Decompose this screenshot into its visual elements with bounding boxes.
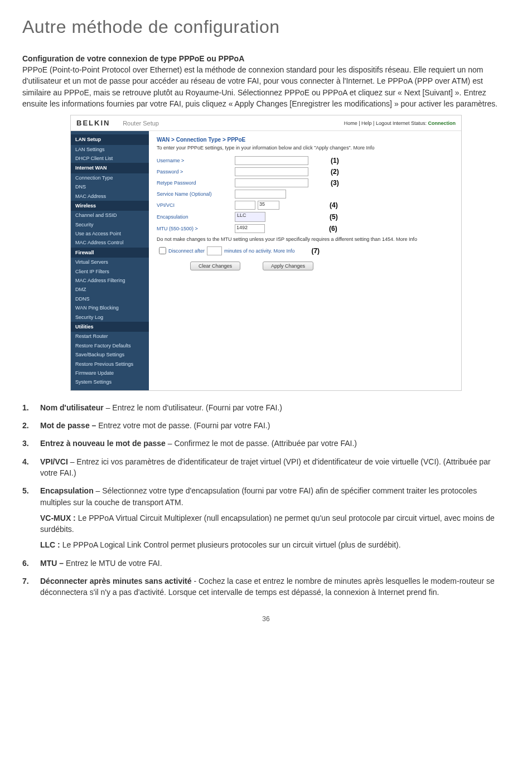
router-screenshot: BELKIN Router Setup Home | Help | Logout… xyxy=(70,115,462,391)
sidebar-header-utilities: Utilities xyxy=(71,322,149,332)
list-item: 1. Nom d'utilisateur – Entrez le nom d'u… xyxy=(22,402,510,413)
service-label: Service Name (Optional) xyxy=(157,191,235,197)
sidebar-header-lan: LAN Setup xyxy=(71,134,149,144)
sidebar-item[interactable]: Use as Access Point xyxy=(71,229,149,238)
sidebar-item[interactable]: Security xyxy=(71,220,149,229)
marker-7: (7) xyxy=(311,247,320,255)
sidebar-item[interactable]: Restart Router xyxy=(71,332,149,341)
header-subtitle: Router Setup xyxy=(123,120,159,127)
item-title: Entrez à nouveau le mot de passe xyxy=(40,439,166,448)
item-title: Déconnecter après minutes sans activité xyxy=(40,577,192,585)
sidebar-item[interactable]: Virtual Servers xyxy=(71,258,149,267)
intro-paragraph: PPPoE (Point-to-Point Protocol over Ethe… xyxy=(22,64,510,109)
llc-title: LLC : xyxy=(40,540,60,549)
list-item: 3. Entrez à nouveau le mot de passe – Co… xyxy=(22,438,510,449)
mtu-input[interactable]: 1492 xyxy=(235,224,265,233)
sidebar-item[interactable]: Client IP Filters xyxy=(71,267,149,276)
disconnect-minutes-input[interactable] xyxy=(207,246,222,255)
item-title: Encapsulation xyxy=(40,486,94,495)
item-number: 6. xyxy=(22,558,40,569)
vpi-input[interactable] xyxy=(235,201,255,210)
llc-desc: Le PPPoA Logical Link Control permet plu… xyxy=(60,540,401,549)
hint-text: To enter your PPPoE settings, type in yo… xyxy=(157,145,453,151)
list-item: 5. Encapsulation – Sélectionnez votre ty… xyxy=(22,485,510,550)
clear-changes-button[interactable]: Clear Changes xyxy=(190,262,240,270)
sidebar-item[interactable]: MAC Address xyxy=(71,192,149,201)
sidebar: LAN Setup LAN Settings DHCP Client List … xyxy=(71,131,149,390)
sidebar-item[interactable]: Security Log xyxy=(71,313,149,322)
page-title: Autre méthode de configuration xyxy=(22,17,510,37)
sidebar-item[interactable]: LAN Settings xyxy=(71,145,149,154)
item-title: Mot de passe – xyxy=(40,421,96,430)
screenshot-main: WAN > Connection Type > PPPoE To enter y… xyxy=(149,131,461,390)
sidebar-item[interactable]: DNS xyxy=(71,182,149,191)
sidebar-item[interactable]: Firmware Update xyxy=(71,369,149,377)
list-item: 2. Mot de passe – Entrez votre mot de pa… xyxy=(22,420,510,431)
mtu-label: MTU (550-1500) > xyxy=(157,226,235,231)
item-desc: – Entrez le nom d'utilisateur. (Fourni p… xyxy=(104,403,282,412)
sidebar-item[interactable]: System Settings xyxy=(71,377,149,386)
status-bar: Home | Help | Logout Internet Status: Co… xyxy=(344,120,456,126)
disconnect-checkbox[interactable] xyxy=(159,247,166,254)
item-desc: – Entrez ici vos paramètres de d'identif… xyxy=(40,457,491,477)
retype-input[interactable] xyxy=(235,178,308,187)
section-heading: Configuration de votre connexion de type… xyxy=(22,54,510,63)
marker-6: (6) xyxy=(329,225,337,233)
sidebar-item[interactable]: Restore Previous Settings xyxy=(71,360,149,369)
item-number: 4. xyxy=(22,456,40,479)
page-number: 36 xyxy=(22,615,510,623)
sidebar-item[interactable]: DMZ xyxy=(71,285,149,294)
item-desc: Entrez le MTU de votre FAI. xyxy=(64,559,162,568)
item-number: 1. xyxy=(22,402,40,413)
sidebar-item[interactable]: Connection Type xyxy=(71,173,149,182)
sidebar-item[interactable]: WAN Ping Blocking xyxy=(71,303,149,312)
item-title: MTU – xyxy=(40,559,64,568)
password-label: Password > xyxy=(157,169,235,175)
username-input[interactable] xyxy=(235,156,308,165)
numbered-list: 1. Nom d'utilisateur – Entrez le nom d'u… xyxy=(22,402,510,598)
status-links: Home | Help | Logout Internet Status: xyxy=(344,120,427,126)
sidebar-header-wireless: Wireless xyxy=(71,201,149,211)
vcmux-title: VC-MUX : xyxy=(40,514,76,522)
sidebar-item[interactable]: Restore Factory Defaults xyxy=(71,341,149,350)
vcmux-desc: Le PPPoA Virtual Circuit Multiplexer (nu… xyxy=(40,514,495,534)
item-title: Nom d'utilisateur xyxy=(40,403,104,412)
service-input[interactable] xyxy=(235,190,286,199)
sidebar-item[interactable]: DDNS xyxy=(71,294,149,303)
item-desc: – Confirmez le mot de passe. (Attribuée … xyxy=(166,439,357,448)
sidebar-header-firewall: Firewall xyxy=(71,248,149,258)
marker-3: (3) xyxy=(331,179,339,187)
sidebar-item[interactable]: Channel and SSID xyxy=(71,211,149,220)
disconnect-label: Disconnect after xyxy=(168,248,205,254)
marker-5: (5) xyxy=(330,213,338,221)
sidebar-item[interactable]: MAC Address Filtering xyxy=(71,276,149,285)
marker-2: (2) xyxy=(331,168,339,176)
list-item: 4. VPI/VCI – Entrez ici vos paramètres d… xyxy=(22,456,510,479)
breadcrumb: WAN > Connection Type > PPPoE xyxy=(157,137,453,143)
sidebar-item[interactable]: MAC Address Control xyxy=(71,238,149,247)
sidebar-item[interactable]: DHCP Client List xyxy=(71,154,149,163)
password-input[interactable] xyxy=(235,167,308,176)
marker-1: (1) xyxy=(331,157,339,164)
sidebar-item[interactable]: Save/Backup Settings xyxy=(71,350,149,359)
marker-4: (4) xyxy=(330,201,338,209)
screenshot-header: BELKIN Router Setup Home | Help | Logout… xyxy=(71,115,461,131)
vci-input[interactable]: 35 xyxy=(258,201,279,210)
apply-changes-button[interactable]: Apply Changes xyxy=(263,262,313,270)
encap-label: Encapsulation xyxy=(157,214,235,220)
item-title: VPI/VCI xyxy=(40,457,68,466)
item-number: 7. xyxy=(22,575,40,598)
status-value: Connection xyxy=(428,120,456,126)
disconnect-suffix: minutes of no activity. More Info xyxy=(224,248,294,254)
item-number: 2. xyxy=(22,420,40,431)
list-item: 6. MTU – Entrez le MTU de votre FAI. xyxy=(22,558,510,569)
retype-label: Retype Password xyxy=(157,180,235,186)
username-label: Username > xyxy=(157,158,235,163)
encap-select[interactable]: LLC xyxy=(235,212,265,222)
sidebar-header-wan: Internet WAN xyxy=(71,163,149,173)
item-number: 5. xyxy=(22,485,40,550)
brand-logo: BELKIN xyxy=(76,119,110,127)
mtu-note: Do not make changes to the MTU setting u… xyxy=(157,236,453,242)
list-item: 7. Déconnecter après minutes sans activi… xyxy=(22,575,510,598)
item-desc: – Sélectionnez votre type d'encapsulatio… xyxy=(40,486,477,506)
